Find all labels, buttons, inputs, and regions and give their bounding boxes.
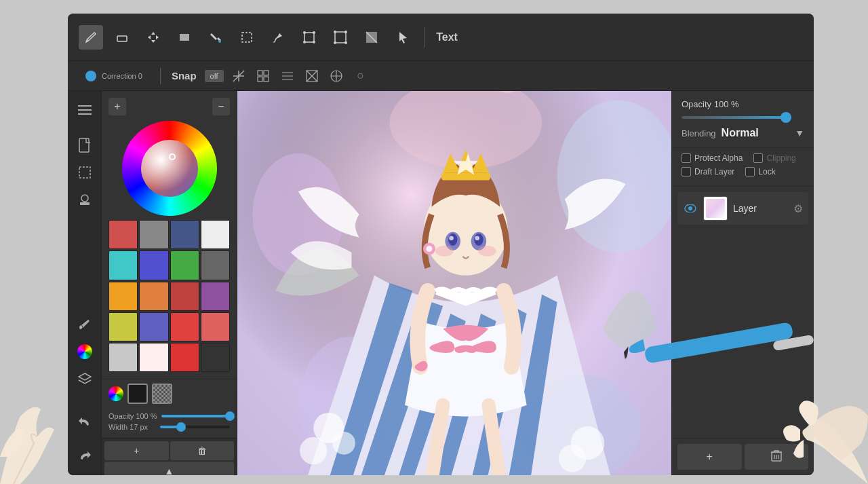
color-swatch-7[interactable] [201,250,230,280]
layer-name: Layer [733,203,788,214]
color-swatch-11[interactable] [201,282,230,311]
select-rect-tool[interactable] [235,25,259,50]
saturation-box[interactable] [141,140,198,197]
undo-icon[interactable] [73,444,97,468]
rectangle-tool[interactable] [172,25,197,50]
svg-point-68 [688,206,692,210]
protect-alpha-checkbox[interactable]: Protect Alpha [682,153,743,163]
svg-point-60 [332,432,355,455]
lock-box[interactable] [745,167,755,176]
width-thumb[interactable] [176,422,186,432]
palette-icon[interactable] [108,386,123,401]
hamburger-menu[interactable] [73,98,97,122]
add-layer-btn[interactable]: + [677,444,742,470]
layer-section: Layer ⚙ [672,187,814,438]
opacity-slider-track[interactable] [682,116,790,119]
remove-color-btn[interactable]: − [212,98,230,115]
svg-point-57 [435,246,454,257]
color-circle-icon[interactable] [73,339,97,364]
opacity-slider-thumb[interactable] [781,112,791,123]
svg-point-8 [313,41,315,43]
lock-checkbox[interactable]: Lock [745,167,775,176]
svg-rect-48 [441,172,490,180]
color-swatch-10[interactable] [170,282,199,311]
move-tool[interactable] [141,25,165,50]
layer-item[interactable]: Layer ⚙ [677,192,808,225]
color-swatch-18[interactable] [170,343,199,372]
opacity-row: Opacity 100 % [682,99,804,109]
color-swatch-4[interactable] [108,250,138,280]
color-swatch-8[interactable] [108,282,138,311]
fill-tool[interactable] [203,25,228,50]
layers-icon[interactable] [73,367,97,391]
collapse-btn-up[interactable]: ▲ [104,462,234,475]
color-wheel-container[interactable] [122,121,217,216]
blending-arrow-icon[interactable]: ▼ [795,128,804,138]
color-swatch-12[interactable] [108,312,138,341]
toolbar-divider [425,27,425,48]
layer-footer: + [672,438,814,475]
opacity-thumb[interactable] [225,411,235,421]
color-swatch-15[interactable] [201,312,230,341]
eyedropper-tool[interactable] [266,25,290,50]
svg-rect-21 [258,77,262,81]
eraser-tool[interactable] [110,25,134,50]
snap-grid-icon[interactable] [254,67,273,86]
transform-tool[interactable] [297,25,321,50]
color-swatch-0[interactable] [108,220,138,249]
snap-oval-icon[interactable] [327,67,346,86]
background-swatch[interactable] [152,384,172,404]
svg-rect-4 [304,33,314,42]
add-brush-btn[interactable]: + [104,441,169,460]
color-swatch-19[interactable] [201,343,230,372]
protect-alpha-box[interactable] [682,153,691,163]
foreground-swatch[interactable] [127,384,148,404]
color-swatch-14[interactable] [170,312,199,341]
snap-diagonal-icon[interactable] [229,67,248,86]
color-swatch-2[interactable] [170,220,199,249]
selection-icon[interactable] [73,160,97,185]
delete-brush-btn[interactable]: 🗑 [170,441,235,460]
layer-settings-icon[interactable]: ⚙ [793,202,803,215]
color-swatch-16[interactable] [108,343,138,372]
text-tool[interactable]: Text [435,25,459,50]
layer-thumbnail [703,196,728,221]
width-track[interactable] [160,426,230,428]
color-swatch-17[interactable] [139,343,168,372]
color-swatch-13[interactable] [139,312,168,341]
layer-visibility-icon[interactable] [683,201,698,216]
brush-icon[interactable] [73,312,97,337]
clipping-checkbox[interactable]: Clipping [753,153,795,163]
hue-ring-display[interactable] [122,121,217,216]
stamp-icon[interactable] [73,187,97,212]
blending-value: Normal [722,127,790,139]
snap-off-btn[interactable]: off [205,70,224,82]
opacity-track[interactable] [161,415,230,417]
color-swatch-5[interactable] [139,250,168,280]
color-swatch-1[interactable] [139,220,168,249]
clipping-box[interactable] [753,153,763,163]
snap-horizontal-icon[interactable] [278,67,297,86]
warp-tool[interactable] [328,25,353,50]
correction-slider[interactable] [85,71,96,81]
pen-tool[interactable] [79,25,103,50]
draft-layer-box[interactable] [682,167,691,176]
color-selector[interactable] [169,153,176,160]
slider-section: Opacity 100 % Width 17 px [102,408,237,438]
redo-icon[interactable] [73,410,97,434]
color-swatch-9[interactable] [139,282,168,311]
cut-tool[interactable] [359,25,384,50]
draft-layer-checkbox[interactable]: Draft Layer [682,167,734,176]
canvas-area[interactable] [237,91,671,475]
pointer-tool[interactable] [391,25,415,50]
file-icon[interactable] [73,133,97,157]
delete-layer-btn[interactable] [745,444,809,470]
svg-point-10 [334,31,336,33]
snap-extra-icon[interactable]: ○ [351,67,370,86]
add-color-btn[interactable]: + [108,98,126,115]
opacity-slider-fill [682,116,790,119]
color-swatch-3[interactable] [201,220,230,249]
snap-crosshatch-icon[interactable] [302,67,321,86]
color-swatch-6[interactable] [170,250,199,280]
svg-rect-19 [258,71,262,75]
